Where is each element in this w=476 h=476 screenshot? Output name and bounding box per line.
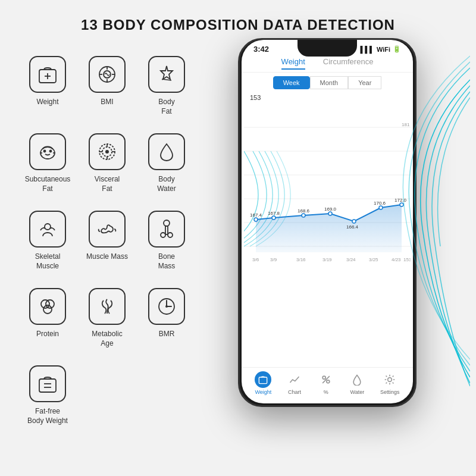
weight-icon-box (29, 56, 66, 93)
svg-point-11 (44, 151, 46, 152)
svg-point-28 (46, 300, 54, 308)
svg-text:167.8: 167.8 (268, 211, 280, 216)
nav-water-label: Water (350, 389, 365, 395)
icons-grid: Weight BMI (18, 50, 196, 466)
bonemass-icon (156, 218, 177, 240)
visceralfat-icon (96, 141, 118, 162)
icon-item-weight: Weight (18, 50, 77, 127)
svg-point-31 (165, 305, 168, 308)
musclemass-icon (96, 218, 118, 240)
weight-icon (37, 64, 58, 85)
svg-line-67 (322, 376, 330, 383)
svg-text:169.0: 169.0 (324, 206, 337, 212)
nav-percent-icon (318, 371, 334, 388)
svg-point-12 (50, 151, 52, 152)
protein-icon-box (29, 288, 66, 325)
protein-label: Protein (36, 330, 59, 339)
svg-point-27 (41, 300, 49, 308)
svg-point-22 (45, 224, 51, 230)
visceralfat-label: VisceralFat (95, 175, 120, 193)
bodyfat-icon-box (148, 56, 185, 93)
svg-point-46 (352, 220, 356, 223)
nav-percent-label: % (324, 389, 328, 395)
bodywater-icon-box (148, 133, 185, 170)
svg-point-65 (322, 376, 325, 379)
bodywater-icon (156, 141, 177, 162)
fatfree-label: Fat-freeBody Weight (27, 407, 68, 425)
svg-rect-64 (259, 377, 267, 384)
nav-water-icon (349, 371, 365, 388)
tab-weight[interactable]: Weight (281, 57, 305, 70)
svg-text:167.4: 167.4 (250, 212, 262, 218)
icon-item-musclemass: Muscle Mass (77, 205, 137, 282)
nav-water[interactable]: Water (349, 371, 365, 395)
svg-text:166.4: 166.4 (346, 224, 359, 230)
svg-point-23 (164, 220, 170, 226)
bmr-icon-box (148, 288, 185, 325)
icon-item-bodyfat: BodyFat (137, 50, 196, 127)
bmi-icon-box (89, 56, 126, 93)
signal-icon: ▌▌▌ (360, 46, 374, 53)
svg-text:3/24: 3/24 (346, 257, 356, 262)
icon-item-subcutfat: SubcutaneousFat (18, 127, 77, 205)
nav-chart[interactable]: Chart (286, 371, 303, 395)
skeletalmuscle-icon (37, 218, 58, 240)
phone-time: 3:42 (253, 45, 269, 54)
metabolicage-label: MetabolicAge (92, 330, 122, 348)
svg-point-42 (254, 218, 258, 221)
subcutfat-icon (37, 141, 58, 162)
icon-item-visceralfat: VisceralFat (77, 127, 137, 205)
visceralfat-icon-box (89, 133, 126, 170)
fatfree-icon-box (29, 365, 66, 402)
svg-text:3/19: 3/19 (322, 257, 332, 262)
icon-item-bmi: BMI (77, 50, 137, 127)
svg-text:3/16: 3/16 (296, 257, 306, 262)
nav-chart-icon (286, 371, 303, 388)
svg-text:3/6: 3/6 (252, 257, 259, 262)
fatfree-icon (37, 373, 58, 394)
svg-point-17 (105, 150, 109, 154)
icon-item-fatfree: Fat-freeBody Weight (18, 359, 77, 437)
period-month[interactable]: Month (310, 76, 349, 89)
metabolicage-icon-box (89, 288, 126, 325)
skeletalmuscle-icon-box (29, 211, 66, 248)
protein-icon (37, 296, 58, 317)
phone-notch (298, 40, 357, 57)
svg-text:168.6: 168.6 (298, 208, 310, 214)
nav-weight[interactable]: Weight (255, 371, 271, 395)
bodyfat-label: BodyFat (158, 98, 174, 116)
svg-rect-32 (39, 379, 56, 392)
bmi-icon (96, 64, 118, 85)
svg-point-66 (327, 380, 330, 383)
metabolicage-icon (96, 296, 118, 317)
bmr-label: BMR (159, 330, 175, 339)
icon-item-skeletalmuscle: SkeletalMuscle (18, 205, 77, 282)
icon-item-protein: Protein (18, 282, 77, 359)
svg-point-25 (161, 233, 165, 237)
scale-nav-icon (258, 375, 268, 384)
bonemass-icon-box (148, 211, 185, 248)
nav-weight-icon (255, 371, 271, 388)
bmi-label: BMI (101, 98, 113, 107)
tab-circumference[interactable]: Circumference (323, 57, 374, 70)
svg-text:3/9: 3/9 (270, 257, 277, 262)
period-week[interactable]: Week (273, 76, 310, 89)
icon-item-bodywater: BodyWater (137, 127, 196, 205)
svg-point-45 (328, 212, 332, 215)
water-nav-icon (351, 374, 363, 386)
icon-item-metabolicage: MetabolicAge (77, 282, 137, 359)
nav-chart-label: Chart (288, 389, 301, 395)
musclemass-label: Muscle Mass (86, 252, 128, 262)
skeletalmuscle-label: SkeletalMuscle (35, 252, 61, 271)
nav-percent[interactable]: % (318, 371, 334, 395)
chart-nav-icon (289, 374, 300, 386)
bonemass-label: BoneMass (158, 252, 176, 271)
svg-rect-24 (165, 226, 168, 234)
percent-nav-icon (320, 374, 332, 386)
phone-area: 3:42 ▌▌▌ WiFi 🔋 Weight Circumference Wee… (208, 44, 464, 466)
bmr-icon (156, 296, 177, 317)
icon-item-bonemass: BoneMass (137, 205, 196, 282)
subcutfat-label: SubcutaneousFat (25, 175, 71, 193)
svg-point-44 (302, 214, 305, 217)
bodyfat-icon (156, 64, 177, 85)
